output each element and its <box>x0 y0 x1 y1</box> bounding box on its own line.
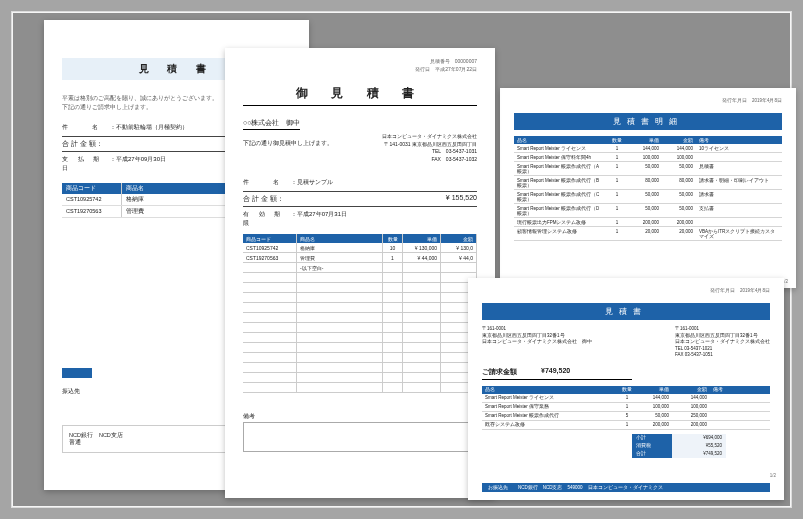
subtotal-block: 小計¥694,000 消費税¥55,520 合計¥749,520 <box>632 434 770 458</box>
table-row: Smart Report Meister ライセンス1144,000144,00… <box>482 394 770 403</box>
table-row: Smart Report Meister 帳票作成代行（C帳票）150,0005… <box>514 190 782 204</box>
table-row <box>243 293 477 303</box>
table-row: Smart Report Meister ライセンス1144,000144,00… <box>514 144 782 153</box>
table-row: Smart Report Meister 帳票作成代行（A帳票）150,0005… <box>514 162 782 176</box>
meta-c: 発行年月日 2019年4月8日 <box>514 98 782 103</box>
subject-label: 件 名 <box>62 123 104 132</box>
table-row: 既存システム改修1200,000200,000 <box>482 421 770 430</box>
total-b: 合 計 金 額： ¥ 155,520 <box>243 191 477 207</box>
table-row: CST10925742格納庫10¥ 130,000¥ 130,0 <box>243 243 477 253</box>
table-row: Smart Report Meister 保守料年間4h1100,000100,… <box>514 153 782 162</box>
from-block: 〒161-0001 東京都品川区西五反田四丁目32番1号 日本コンピュータ・ダイ… <box>482 326 592 359</box>
company-block: 日本コンピュータ・ダイナミクス株式会社 〒141-0031 東京都品川区西五反田… <box>243 133 477 163</box>
total-label-a: 合 計 金 額： <box>62 139 103 149</box>
table-row: Smart Report Meister 帳票作成代行（B帳票）180,0008… <box>514 176 782 190</box>
request-total: ご請求金額 ¥749,520 <box>482 365 632 380</box>
table-row: Smart Report Meister 帳票作成代行（D帳票）150,0005… <box>514 204 782 218</box>
title-b: 御 見 積 書 <box>243 79 477 106</box>
parties: 〒161-0001 東京都品川区西五反田四丁目32番1号 日本コンピュータ・ダイ… <box>482 326 770 359</box>
table-row <box>243 273 477 283</box>
accent-bar <box>62 368 92 378</box>
table-row <box>243 313 477 323</box>
subject-value: ：不動前駐輪場（月極契約） <box>110 123 188 132</box>
table-row: CST19270563管理費1¥ 44,000¥ 44,0 <box>243 253 477 263</box>
paydate-label: 支 払 期 日 <box>62 155 104 173</box>
table-row: -以下空白- <box>243 263 477 273</box>
table-head-b: 商品コード 商品名 数量 単価 金額 <box>243 234 477 243</box>
table-row <box>243 303 477 313</box>
table-row <box>243 323 477 333</box>
canvas-frame: 見 積 書 平素は格別のご高配を賜り、誠にありがとうございます。 下記の通りご請… <box>11 11 792 508</box>
footer-d: お振込先 NCD銀行 NCD支店 549000 日本コンピュータ・ダイナミクス <box>482 483 770 492</box>
paydate-value: ：平成27年09月30日 <box>110 155 166 173</box>
table-row <box>243 373 477 383</box>
remark-box <box>243 422 477 452</box>
col-code: 商品コード <box>62 183 122 194</box>
doc-formal-estimate: 見積番号 00000007 発行日 平成27年07月22日 御 見 積 書 ○○… <box>225 48 495 498</box>
title-c: 見積書明細 <box>514 113 782 130</box>
table-head-d: 品名 数量 単価 金額 備考 <box>482 386 770 394</box>
recipient: ○○株式会社 御中 <box>243 118 300 130</box>
meta-b: 見積番号 00000007 発行日 平成27年07月22日 <box>243 58 477 73</box>
table-row <box>243 363 477 373</box>
to-block: 〒161-0001 東京都品川区西五反田四丁目32番1号 日本コンピュータ・ダイ… <box>675 326 770 359</box>
table-row <box>243 333 477 343</box>
remark-label: 備考 <box>243 413 477 420</box>
table-row <box>243 343 477 353</box>
table-row <box>243 283 477 293</box>
page-num-d: 1/2 <box>770 473 776 478</box>
table-row <box>243 383 477 393</box>
table-row: Smart Report Meister 保守業務1100,000100,000 <box>482 403 770 412</box>
title-d: 見積書 <box>482 303 770 320</box>
table-row <box>243 353 477 363</box>
table-row: Smart Report Meister 帳票作成代行550,000250,00… <box>482 412 770 421</box>
doc-quote-landscape: 発行年月日 2019年4月8日 見積書 〒161-0001 東京都品川区西五反田… <box>468 278 784 500</box>
table-head-c: 品名 数量 単価 金額 備考 <box>514 136 782 144</box>
doc-detail-landscape: 発行年月日 2019年4月8日 見積書明細 品名 数量 単価 金額 備考 Sma… <box>500 88 796 288</box>
meta-d: 発行年月日 2019年4月8日 <box>482 288 770 293</box>
table-row: 顧客情報管理システム改修120,00020,000VBAからITRスクリプト接続… <box>514 227 782 241</box>
table-row: 現行帳票出力FPMシステム改修1200,000200,000 <box>514 218 782 227</box>
